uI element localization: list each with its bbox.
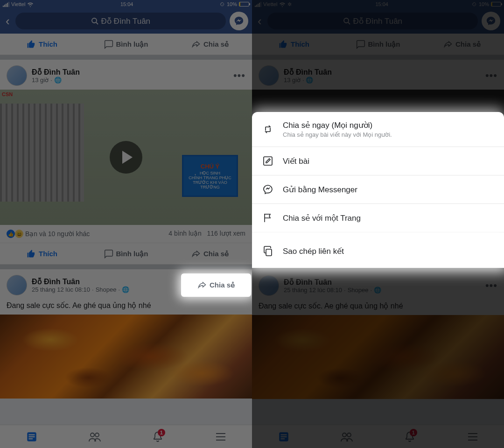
avatar[interactable] (7, 65, 27, 86)
divider (0, 55, 252, 60)
app-header: ‹ Đỗ Đình Tuân (252, 8, 504, 34)
carrier-label: Viettel (11, 1, 25, 7)
haha-react-icon: 😄 (15, 230, 23, 238)
tab-menu[interactable] (189, 425, 252, 448)
phone-right: Viettel ✲ 15:04 ⏲ 10% ‹ Đỗ Đình Tuân Thí… (252, 0, 504, 448)
share-button-top[interactable]: Chia sẻ (420, 34, 504, 55)
search-text: Đỗ Đình Tuân (101, 16, 150, 26)
flag-icon (261, 212, 274, 224)
svg-rect-15 (280, 436, 287, 437)
comment-icon (104, 40, 113, 49)
avatar[interactable] (7, 275, 27, 295)
search-field[interactable]: Đỗ Đình Tuân (267, 13, 478, 29)
like-react-icon: 👍 (7, 230, 15, 238)
video-thumbnail[interactable]: CSN CHÚ Ý HỌC SINH CHỈNH TRANG PHỤC TRƯỚ… (0, 90, 252, 225)
messenger-button[interactable] (482, 12, 500, 30)
post1-time: 13 giờ · 🌐 (32, 77, 229, 84)
comment-icon (356, 40, 365, 49)
tab-feed[interactable] (0, 425, 63, 448)
app-header: ‹ Đỗ Đình Tuân (0, 8, 252, 34)
signal-icon (3, 2, 9, 7)
share-button-top[interactable]: Chia sẻ (168, 34, 252, 55)
share-icon (191, 249, 201, 259)
highlighted-share-button[interactable]: Chia sẻ (181, 273, 251, 297)
search-icon (343, 17, 350, 25)
messenger-button[interactable] (230, 12, 248, 30)
sign-board: CHÚ Ý HỌC SINH CHỈNH TRANG PHỤC TRƯỚC KH… (182, 155, 238, 197)
wifi-icon (27, 2, 34, 7)
phone-left: Viettel 15:04 ⏲ 10% ‹ Đỗ Đình Tuân Thích (0, 0, 252, 448)
svg-point-7 (95, 433, 99, 437)
thumb-up-icon (27, 249, 36, 259)
share-page-row[interactable]: Chia sẻ với một Trang (252, 204, 504, 232)
views-count: 116 lượt xem (207, 230, 245, 237)
retweet-icon (261, 124, 274, 135)
top-action-row: Thích Bình luận Chia sẻ (252, 34, 504, 55)
reactions-text: Bạn và 10 người khác (25, 230, 90, 238)
svg-point-6 (91, 433, 94, 437)
search-field[interactable]: Đỗ Đình Tuân (15, 13, 226, 29)
post1-author[interactable]: Đỗ Đình Tuân (32, 68, 229, 77)
reactions[interactable]: 👍 😄 Bạn và 10 người khác (7, 230, 90, 238)
like-button[interactable]: Thích (252, 34, 336, 55)
play-button[interactable] (110, 141, 142, 174)
post1-header: Đỗ Đình Tuân 13 giờ · 🌐 ••• (0, 60, 252, 90)
svg-rect-4 (28, 436, 35, 437)
post1-share-button[interactable]: Chia sẻ (168, 243, 252, 264)
avatar[interactable] (259, 65, 279, 86)
wifi-icon (279, 2, 286, 7)
thumb-up-icon (27, 40, 36, 49)
share-now-row[interactable]: Chia sẻ ngay (Mọi người) Chia sẻ ngay bà… (252, 112, 504, 147)
status-bar: Viettel 15:04 ⏲ 10% (0, 0, 252, 8)
post1-like-button[interactable]: Thích (0, 243, 84, 264)
svg-line-1 (96, 22, 98, 24)
back-button[interactable]: ‹ (256, 14, 264, 28)
post1-header: Đỗ Đình Tuân 13 giờ · 🌐 ••• (252, 60, 504, 90)
share-icon (191, 40, 201, 49)
svg-rect-23 (266, 249, 272, 256)
share-icon (443, 40, 453, 49)
divider (0, 265, 252, 269)
tab-friends[interactable] (315, 425, 378, 448)
post1-action-row: Thích Bình luận Chia sẻ (0, 243, 252, 265)
tab-feed[interactable] (252, 425, 315, 448)
messenger-icon (486, 16, 496, 26)
svg-rect-16 (280, 438, 285, 439)
copy-link-row-highlighted[interactable]: Sao chép liên kết (252, 234, 504, 268)
post1-comment-button[interactable]: Bình luận (84, 243, 168, 264)
clock: 15:04 (120, 1, 133, 7)
comments-count[interactable]: 4 bình luận (168, 230, 202, 237)
tab-friends[interactable] (63, 425, 126, 448)
post1-more-button[interactable]: ••• (233, 70, 245, 82)
post1-more-button[interactable]: ••• (485, 70, 497, 82)
tab-notifications[interactable]: 1 (378, 425, 441, 448)
notif-badge: 1 (158, 429, 165, 436)
post2-image[interactable] (0, 315, 252, 399)
write-post-row[interactable]: Viết bài (252, 147, 504, 175)
thumb-up-icon (279, 40, 288, 49)
tab-bar: 1 (0, 425, 252, 448)
back-button[interactable]: ‹ (4, 14, 12, 28)
like-button[interactable]: Thích (0, 34, 84, 55)
tab-bar: 1 (252, 425, 504, 448)
gate-graphic (0, 104, 84, 202)
svg-line-12 (348, 22, 350, 24)
comment-icon (104, 249, 113, 259)
tab-notifications[interactable]: 1 (126, 425, 189, 448)
comment-button[interactable]: Bình luận (84, 34, 168, 55)
post1-stats: 👍 😄 Bạn và 10 người khác 4 bình luận 116… (0, 225, 252, 243)
globe-icon: 🌐 (122, 286, 129, 293)
battery-icon (491, 2, 501, 7)
send-messenger-row[interactable]: Gửi bằng Messenger (252, 175, 504, 204)
svg-rect-5 (28, 438, 33, 439)
friends-icon (88, 431, 101, 443)
svg-rect-22 (264, 157, 272, 165)
status-bar: Viettel ✲ 15:04 ⏲ 10% (252, 0, 504, 8)
alarm-icon: ⏲ (220, 1, 225, 7)
svg-point-0 (92, 18, 97, 23)
tab-menu[interactable] (441, 425, 504, 448)
messenger-icon (234, 16, 244, 26)
comment-button[interactable]: Bình luận (336, 34, 420, 55)
svg-point-11 (344, 18, 349, 23)
loading-icon: ✲ (287, 1, 292, 7)
